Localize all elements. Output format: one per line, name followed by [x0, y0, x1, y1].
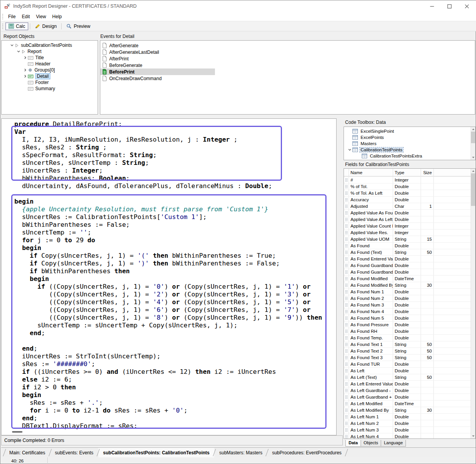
menubar-grip-icon[interactable]	[2, 14, 3, 19]
toolbar-tab-preview[interactable]: Preview	[63, 22, 93, 30]
menu-file[interactable]: File	[5, 13, 19, 21]
drag-handle-icon[interactable]	[344, 335, 349, 341]
drag-handle-icon[interactable]	[344, 262, 349, 269]
field-row-as-left-text[interactable]: As Left (Text)String50	[344, 374, 471, 381]
field-row-as-left-modified[interactable]: As Left ModifiedDateTime	[344, 401, 471, 407]
field-row-as-left-entered-value[interactable]: As Left Entered ValueDouble	[344, 381, 471, 387]
drag-handle-icon[interactable]	[344, 249, 349, 255]
fields-grid[interactable]: NameTypeSize #Integer% of Tol.Double% of…	[344, 168, 476, 439]
field-row-accuracy[interactable]: AccuracyDouble	[344, 197, 471, 203]
toolbox-item-excelpoints[interactable]: ExcelPoints	[344, 134, 475, 140]
scroll-thumb[interactable]	[471, 173, 475, 206]
drag-handle-icon[interactable]	[344, 183, 349, 190]
field-row-as-found-text-3[interactable]: As Found Text 3String50	[344, 354, 471, 361]
scroll-down-icon[interactable]	[471, 434, 475, 438]
drag-handle-icon[interactable]	[344, 387, 349, 394]
field-row-applied-value-uom[interactable]: Applied Value UOMString15	[344, 236, 471, 243]
code-editor[interactable]: procedure DetailBeforePrint;Var I, I2, I…	[1, 118, 337, 435]
drag-handle-icon[interactable]	[344, 282, 349, 288]
drag-handle-icon[interactable]	[344, 177, 349, 183]
field-row-as-found[interactable]: As FoundDouble	[344, 243, 471, 249]
scroll-up-icon[interactable]	[471, 169, 475, 173]
field-row-applied-value-res[interactable]: Applied Value Res.Integer	[344, 229, 471, 236]
field-row-as-left-guardband[interactable]: As Left Guardband -Double	[344, 387, 471, 394]
report-objects-tree[interactable]: subCalibrationTestPointsReportTitleHeade…	[1, 40, 98, 115]
title-bar[interactable]: IndySoft Report Designer - CERTIFICATES …	[1, 0, 476, 12]
drag-handle-icon[interactable]	[344, 315, 349, 321]
field-row-as-found-num-4[interactable]: As Found Num 4Double	[344, 308, 471, 315]
field-row-as-left-modified-by[interactable]: As Left Modified ByString30	[344, 407, 471, 414]
field-row-as-found-text-1[interactable]: As Found Text 1String50	[344, 341, 471, 348]
field-row-as-found-guardband[interactable]: As Found Guardband -Double	[344, 262, 471, 269]
field-row-as-left-num-2[interactable]: As Left Num 2Double	[344, 420, 471, 427]
menu-help[interactable]: Help	[49, 13, 65, 21]
toolbox-item-calibrationtestpointsextra[interactable]: CalibrationTestPointsExtra	[344, 153, 475, 159]
drag-handle-icon[interactable]	[344, 368, 349, 374]
tree-item-subcalibrationtestpoints[interactable]: subCalibrationTestPoints	[2, 42, 98, 48]
drag-handle-icon[interactable]	[344, 256, 349, 262]
drag-handle-icon[interactable]	[344, 302, 349, 308]
field-row-as-found-num-5[interactable]: As Found Num 5Double	[344, 315, 471, 322]
field-row-as-left-num-3[interactable]: As Left Num 3Double	[344, 427, 471, 433]
drag-handle-icon[interactable]	[344, 414, 349, 420]
drag-handle-icon[interactable]	[344, 210, 349, 216]
tree-item-footer[interactable]: Footer	[2, 79, 98, 86]
field-row-as-left-num-4[interactable]: As Left Num 4Double	[344, 433, 471, 438]
field-row-adjusted[interactable]: AdjustedChar1	[344, 203, 471, 210]
drag-handle-icon[interactable]	[344, 394, 349, 400]
drag-handle-icon[interactable]	[344, 348, 349, 354]
menu-edit[interactable]: Edit	[19, 13, 33, 21]
column-header-size[interactable]: Size	[421, 169, 434, 176]
toolbar-tab-design[interactable]: Design	[32, 22, 60, 30]
event-item-afterprint[interactable]: AfterPrint	[100, 55, 215, 62]
field-row-as-found-num-1[interactable]: As Found Num 1Double	[344, 289, 471, 295]
field-row-as-found-text[interactable]: As Found (Text)String50	[344, 249, 471, 256]
tree-item-groups-0[interactable]: Groups[0]	[2, 67, 98, 73]
drag-handle-icon[interactable]	[344, 401, 349, 407]
field-row-as-found-text-2[interactable]: As Found Text 2String50	[344, 348, 471, 354]
drag-handle-icon[interactable]	[344, 420, 349, 426]
fields-scrollbar[interactable]	[471, 169, 475, 438]
tree-item-detail[interactable]: Detail	[2, 73, 98, 79]
field-row-as-found-tur[interactable]: As Found TURDouble	[344, 361, 471, 368]
toolbox-tab-objects[interactable]: Objects	[361, 440, 381, 447]
field-row-as-found-entered-value[interactable]: As Found Entered ValueDouble	[344, 256, 471, 262]
field-row-applied-value-count-b[interactable]: Applied Value Count BInteger	[344, 223, 471, 229]
events-list[interactable]: AfterGenerateAfterGenerateLastDetailAfte…	[100, 40, 475, 115]
page-tab-submasters-masters[interactable]: subMasters: Masters	[215, 448, 267, 457]
drag-handle-icon[interactable]	[344, 381, 349, 387]
event-item-aftergeneratelastdetail[interactable]: AfterGenerateLastDetail	[100, 49, 215, 55]
tree-item-header[interactable]: Header	[2, 61, 98, 67]
toolbox-item-calibrationtestpoints[interactable]: CalibrationTestPoints	[344, 147, 475, 153]
drag-handle-icon[interactable]	[344, 223, 349, 229]
column-header-type[interactable]: Type	[393, 169, 421, 176]
scroll-thumb[interactable]	[471, 132, 475, 143]
drag-handle-icon[interactable]	[344, 269, 349, 275]
drag-handle-icon[interactable]	[344, 236, 349, 242]
page-tab-subprocedures-eventprocedures[interactable]: subProcedures: EventProcedures	[267, 448, 346, 457]
drag-handle-icon[interactable]	[344, 216, 349, 223]
drag-handle-icon[interactable]	[344, 197, 349, 203]
column-header-name[interactable]: Name	[349, 169, 393, 176]
window-close-button[interactable]	[458, 0, 476, 12]
field-row-as-left[interactable]: As LeftDouble	[344, 368, 471, 374]
field-row-as-found-guardband[interactable]: As Found Guardband +Double	[344, 269, 471, 276]
drag-handle-icon[interactable]	[344, 243, 349, 249]
field-row-applied-value-as-left[interactable]: Applied Value As LeftDouble	[344, 216, 471, 223]
tree-item-title[interactable]: Title	[2, 55, 98, 61]
drag-handle-icon[interactable]	[344, 341, 349, 348]
page-tab-subevents-events[interactable]: subEvents: Events	[50, 448, 98, 457]
scroll-down-icon[interactable]	[471, 155, 475, 160]
drag-handle-icon[interactable]	[344, 289, 349, 295]
event-item-oncreatedrawcommand[interactable]: OnCreateDrawCommand	[100, 75, 215, 82]
tree-item-report[interactable]: Report	[2, 48, 98, 55]
event-item-aftergenerate[interactable]: AfterGenerate	[100, 42, 215, 49]
page-tab-main-certificates[interactable]: Main: Certificates	[5, 448, 50, 457]
field-row-as-found-rh[interactable]: As Found RHDouble	[344, 328, 471, 335]
drag-handle-icon[interactable]	[344, 276, 349, 282]
field-row-as-found-num-2[interactable]: As Found Num 2Double	[344, 295, 471, 302]
toolbox-tab-data[interactable]: Data	[345, 440, 361, 447]
toolbar-grip-icon[interactable]	[2, 23, 3, 29]
drag-handle-icon[interactable]	[344, 374, 349, 380]
toolbox-scrollbar[interactable]	[471, 127, 475, 160]
